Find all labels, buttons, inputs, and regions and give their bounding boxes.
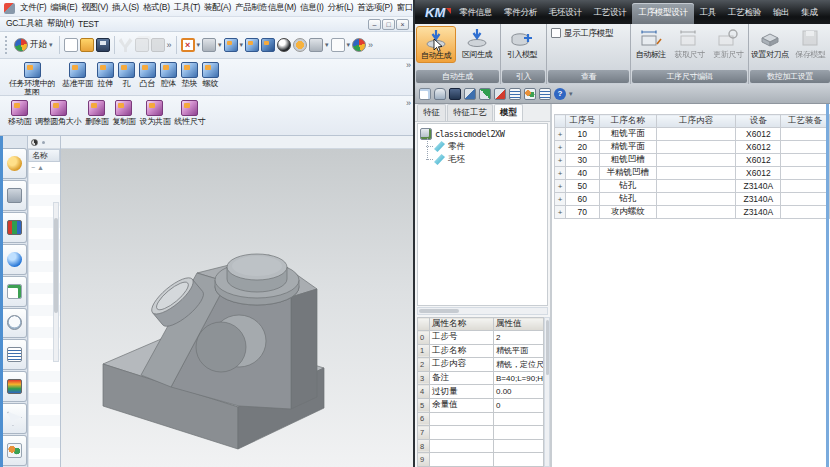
- property-name-cell[interactable]: 过切量: [430, 385, 494, 399]
- property-row[interactable]: 7: [418, 426, 544, 440]
- property-row[interactable]: 9: [418, 453, 544, 467]
- process-equip-cell[interactable]: X6012: [736, 141, 781, 154]
- pane-tab[interactable]: 模型: [494, 104, 523, 121]
- axis-y-icon[interactable]: [479, 88, 491, 100]
- feature-tool-button[interactable]: 任务环境中的草图: [4, 61, 60, 96]
- restore-button[interactable]: □: [382, 19, 395, 30]
- feature-tool-button[interactable]: 垫块: [179, 61, 200, 89]
- rotate-view-icon[interactable]: [277, 38, 291, 52]
- property-name-cell[interactable]: [430, 426, 494, 440]
- property-name-header[interactable]: 属性名称: [430, 318, 494, 331]
- process-column-header[interactable]: 工序名称: [599, 115, 656, 128]
- navigator-scrollbar[interactable]: [53, 202, 59, 362]
- process-name-cell[interactable]: 粗铣平面: [599, 128, 656, 141]
- scrollbar-thumb[interactable]: [54, 218, 58, 313]
- process-row[interactable]: + 10 粗铣平面 X6012: [555, 128, 830, 141]
- row-expand-button[interactable]: +: [555, 167, 566, 180]
- history-tab[interactable]: [3, 308, 27, 339]
- ribbon-tab[interactable]: 毛坯设计: [543, 3, 588, 24]
- chevron-down-icon[interactable]: ▾: [347, 41, 351, 49]
- minimize-button[interactable]: –: [368, 19, 381, 30]
- process-tooling-cell[interactable]: [781, 141, 830, 154]
- property-name-cell[interactable]: [430, 412, 494, 426]
- property-value-cell[interactable]: [494, 426, 544, 440]
- axis-z-icon[interactable]: [494, 88, 506, 100]
- property-row[interactable]: 2 工步内容 精铣，定位尺: [418, 358, 544, 372]
- set-tool-point-button[interactable]: 设置对刀点: [750, 26, 790, 61]
- update-dimension-button[interactable]: 更新尺寸: [709, 26, 747, 61]
- process-no-cell[interactable]: 70: [566, 206, 600, 219]
- ribbon-tab[interactable]: 工序模型设计: [632, 3, 693, 24]
- menu-item[interactable]: 视图(V): [79, 1, 110, 15]
- property-value-cell[interactable]: [494, 453, 544, 467]
- property-row[interactable]: 8: [418, 439, 544, 453]
- process-equip-cell[interactable]: X6012: [736, 154, 781, 167]
- row-expand-button[interactable]: +: [555, 193, 566, 206]
- graphics-canvas[interactable]: [61, 149, 413, 467]
- process-content-cell[interactable]: [656, 154, 736, 167]
- feature-tool-button[interactable]: 腔体: [158, 61, 179, 89]
- process-row[interactable]: + 30 粗铣凹槽 X6012: [555, 154, 830, 167]
- process-content-cell[interactable]: [656, 206, 736, 219]
- menu-item[interactable]: 产品制造信息(M): [233, 1, 298, 15]
- axis-x-icon[interactable]: [464, 88, 476, 100]
- property-value-cell[interactable]: [494, 412, 544, 426]
- property-row[interactable]: 0 工步号 2: [418, 331, 544, 345]
- process-tooling-cell[interactable]: [781, 180, 830, 193]
- ribbon-tab[interactable]: 工艺设计: [588, 3, 633, 24]
- scrollbar-thumb[interactable]: [419, 309, 459, 313]
- users-small-icon[interactable]: [524, 88, 536, 100]
- model-tree[interactable]: classicmodel2XW 零件 毛坯: [417, 123, 548, 306]
- ribbon-tab[interactable]: 工艺检验: [722, 3, 767, 24]
- feature-tool-button[interactable]: 基准平面: [60, 61, 95, 89]
- menu-item[interactable]: 编辑(E): [48, 1, 79, 15]
- close-button[interactable]: ×: [396, 19, 409, 30]
- chevron-down-icon[interactable]: ▾: [240, 41, 244, 49]
- menu-item[interactable]: 信息(I): [298, 1, 326, 15]
- process-tooling-cell[interactable]: [781, 167, 830, 180]
- part-navigator-tab[interactable]: [3, 212, 27, 243]
- property-name-cell[interactable]: [430, 453, 494, 467]
- menu-item-gc-toolbox[interactable]: GC工具箱: [4, 17, 45, 31]
- menu-item[interactable]: 装配(A): [202, 1, 233, 15]
- palette-list-tab[interactable]: [3, 339, 27, 370]
- tree-root-node[interactable]: classicmodel2XW: [420, 127, 545, 140]
- property-name-cell[interactable]: [430, 439, 494, 453]
- menu-item[interactable]: 窗口(O): [394, 1, 413, 15]
- show-process-model-checkbox[interactable]: [551, 28, 561, 38]
- process-equip-cell[interactable]: Z3140A: [736, 180, 781, 193]
- process-content-cell[interactable]: [656, 180, 736, 193]
- tree-node-blank[interactable]: 毛坯: [434, 153, 545, 166]
- face-tool-button[interactable]: 设为共面: [138, 99, 173, 127]
- process-equip-cell[interactable]: X6012: [736, 167, 781, 180]
- process-content-cell[interactable]: [656, 141, 736, 154]
- property-value-cell[interactable]: 2: [494, 331, 544, 345]
- collapse-icon[interactable]: − ▲: [31, 164, 44, 171]
- row-expand-button[interactable]: +: [555, 180, 566, 193]
- shaded-view-icon[interactable]: [224, 38, 238, 52]
- property-row[interactable]: 5 余量值 0: [418, 398, 544, 412]
- process-column-header[interactable]: 设备: [736, 115, 781, 128]
- process-tooling-cell[interactable]: [781, 206, 830, 219]
- range-generate-button[interactable]: 区间生成: [457, 26, 497, 61]
- feature-tool-button[interactable]: 孔: [116, 61, 137, 89]
- get-dimension-button[interactable]: 获取尺寸: [671, 26, 709, 61]
- row-expand-button[interactable]: +: [555, 128, 566, 141]
- process-name-cell[interactable]: 攻内螺纹: [599, 206, 656, 219]
- chevron-down-icon[interactable]: ▾: [218, 41, 222, 49]
- new-file-icon[interactable]: [64, 38, 78, 52]
- process-name-cell[interactable]: 半精铣凹槽: [599, 167, 656, 180]
- property-value-cell[interactable]: 0.00: [494, 385, 544, 399]
- property-scrollbar[interactable]: [544, 317, 550, 467]
- toolbar-overflow-icon[interactable]: »: [406, 99, 411, 107]
- process-column-header[interactable]: 工序号: [566, 115, 600, 128]
- ribbon-tab[interactable]: 工具: [694, 3, 722, 24]
- row-expand-button[interactable]: +: [555, 154, 566, 167]
- process-no-cell[interactable]: 20: [566, 141, 600, 154]
- property-value-cell[interactable]: 精铣平面: [494, 344, 544, 358]
- pane-tab[interactable]: 特征工艺: [447, 104, 493, 121]
- gray-cube-icon[interactable]: [309, 38, 323, 52]
- menu-item-help[interactable]: 帮助(H): [45, 17, 76, 31]
- process-row[interactable]: + 70 攻内螺纹 Z3140A: [555, 206, 830, 219]
- process-equip-cell[interactable]: X6012: [736, 128, 781, 141]
